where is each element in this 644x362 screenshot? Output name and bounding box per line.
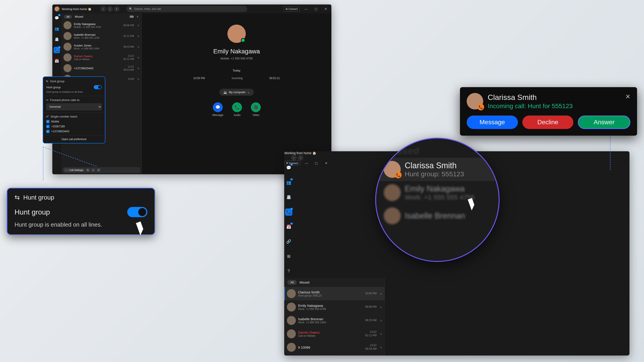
rail-meetings[interactable]: 📅 (54, 58, 60, 64)
toast-answer-button[interactable]: Answer (578, 115, 630, 129)
window-minimize[interactable]: — (303, 7, 310, 11)
rail-teams[interactable]: 👥1 (285, 179, 292, 186)
window-close[interactable]: ✕ (322, 7, 329, 11)
huntgroup-toggle[interactable] (94, 85, 102, 89)
snr-checkbox-1[interactable]: ✓+25367189 (43, 124, 105, 129)
nav-back[interactable]: ‹ (291, 155, 297, 161)
contact-sub: Work: +1 555 555 4756 (298, 308, 363, 311)
window-minimize[interactable]: — (303, 161, 310, 165)
toast-message-button[interactable]: Message (467, 115, 518, 129)
call-time: 08:23 AM (365, 319, 376, 322)
lens-focus-row: 📞 Clarissa Smith Hunt group: 555123 (376, 158, 499, 181)
rail-contacts[interactable]: 📇 (54, 36, 60, 42)
recent-call-row: 10:55 PM Incoming 00:02:21 (194, 77, 280, 80)
window-maximize[interactable]: ▢ (313, 161, 320, 165)
call-row[interactable]: 9 10086 11/1209:34 AM ↘ (284, 341, 384, 354)
contact-avatar (64, 64, 72, 72)
contact-name: Emily Nakagawa (74, 22, 121, 26)
huntgroup-status-text: Hunt group is enabled on all lines. (43, 90, 105, 94)
contact-avatar (384, 184, 401, 201)
rail-calling[interactable]: 📞1 (54, 47, 60, 53)
call-settings-popover: ⇆Hunt group Hunt group Hunt group is ena… (43, 76, 105, 143)
status-text[interactable]: Working from home 🏠 (62, 7, 92, 11)
call-time: 01:11 PM (124, 34, 134, 37)
call-time: 09:58 PM (365, 305, 376, 309)
tab-missed[interactable]: Missed (75, 15, 83, 18)
window-maximize[interactable]: ▢ (312, 7, 319, 11)
self-avatar[interactable] (54, 6, 60, 11)
call-row[interactable]: Emily Nakagawa Work: +1 555 555 4756 09:… (284, 300, 384, 314)
rail-chat[interactable]: 💬4 (54, 15, 60, 21)
call-row[interactable]: Kristin Stone Mobile: +1 888 555 7864 11… (284, 354, 384, 356)
today-label: Today (233, 69, 240, 72)
tab-missed[interactable]: Missed (300, 281, 309, 284)
tab-all[interactable]: All (64, 15, 72, 18)
status-text[interactable]: Working from home 🏠 (284, 151, 316, 155)
new-call-icon[interactable]: ＋ (136, 15, 139, 18)
cursor-icon (138, 222, 148, 234)
tab-all[interactable]: All (287, 280, 297, 285)
call-direction-icon: ↘ (137, 77, 139, 80)
search-input[interactable]: 🔍 Search, meet, and call (126, 6, 247, 12)
keypad-icon[interactable]: ⌨ (130, 15, 134, 18)
devices-icon: ⧉ (286, 7, 288, 10)
audio-call-button[interactable]: 📞 (232, 102, 242, 112)
huntgroup-label: Hunt group (14, 208, 50, 216)
call-row[interactable]: Isabelle Brennan Work: +1 888 555 1234 0… (61, 31, 142, 41)
rail-chat[interactable]: 💬4 (285, 164, 292, 171)
contact-avatar (64, 43, 72, 51)
rail-calling[interactable]: 📞1 (285, 209, 292, 216)
call-direction-icon: ↘ (380, 306, 382, 309)
nav-rail: 💬4 👥1 📇 📞1 📅1 🔗 ⊞ ? (284, 161, 293, 278)
connect-button[interactable]: ⧉Connect (284, 7, 300, 11)
toast-decline-button[interactable]: Decline (522, 115, 574, 129)
message-button[interactable]: 💬 (213, 102, 223, 112)
call-row[interactable]: Darren Owens Call on Webex 11/1202:11 PM… (284, 327, 384, 341)
rail-help[interactable]: ? (285, 268, 292, 275)
call-row[interactable]: Darren Owens Call on Webex 11/1202:11 PM… (61, 52, 142, 63)
contact-name: Clarissa Smith (298, 290, 363, 294)
nav-forward[interactable]: › (107, 6, 113, 12)
call-time: 11/1202:11 PM (365, 330, 376, 337)
nav-back[interactable]: ‹ (100, 6, 106, 12)
call-row[interactable]: +13729633443 11/1208:23 AM ↘ (61, 63, 142, 73)
video-call-button[interactable]: 🎥 (251, 102, 261, 112)
forward-icon: ↪ (46, 98, 48, 102)
contact-avatar (64, 21, 72, 29)
rail-apps[interactable]: ⊞ (285, 253, 292, 260)
call-row[interactable]: Clarissa Smith Hunt group: 555123 10:55 … (284, 287, 384, 300)
snr-status-icon[interactable]: ☍ (96, 168, 100, 172)
call-direction-icon: ↘ (380, 319, 382, 322)
incoming-call-toast: 📞 Clarissa Smith Incoming call: Hunt for… (460, 87, 637, 136)
phone-badge-icon: 📞 (478, 104, 484, 110)
rail-contacts[interactable]: 📇 (285, 194, 292, 201)
contact-sub: Work: +1 888 555 2454 (74, 47, 122, 50)
contact-avatar (64, 53, 72, 61)
call-row[interactable]: Austen Jones Work: +1 888 555 2454 08:23… (61, 41, 142, 52)
audio-device-selector[interactable]: 💻 My computer ⌄ (219, 89, 254, 96)
search-placeholder: Search, meet, and call (134, 7, 161, 10)
rail-teams[interactable]: 👥 (54, 25, 60, 32)
close-toast-button[interactable]: ✕ (625, 93, 630, 100)
call-row[interactable]: Emily Nakagawa Mobile: +1 888 555 4756 0… (61, 20, 142, 31)
forward-select[interactable]: Voicemail (46, 103, 102, 110)
contact-avatar (287, 343, 296, 352)
open-call-preference[interactable]: Open call preference (43, 135, 105, 143)
rail-meetings[interactable]: 📅1 (285, 223, 292, 230)
huntgroup-toggle[interactable] (127, 207, 147, 217)
nav-forward[interactable]: › (298, 155, 304, 161)
contact-sub: Call on Webex (74, 58, 121, 60)
call-direction-icon: ↘ (137, 24, 139, 27)
nav-add[interactable]: + (114, 6, 120, 12)
window-close[interactable]: ✕ (323, 161, 330, 165)
contact-sub: Mobile: +1 888 555 4756 (74, 26, 121, 28)
contact-name: +13729633443 (74, 67, 122, 70)
call-row[interactable]: Isabelle Brennan Work: +1 888 555 2454 0… (284, 314, 384, 327)
contact-avatar (228, 24, 246, 43)
huntgroup-icon: ⇆ (14, 194, 20, 201)
contact-detail-pane: Emily Nakagawa Mobile: +1 555 555 4756 T… (142, 13, 332, 174)
rail-voicemail[interactable]: 🔗 (285, 238, 292, 245)
call-time: 10:55 PM (365, 292, 376, 295)
snr-checkbox-mobile[interactable]: ✓Mobile (43, 119, 105, 124)
snr-checkbox-2[interactable]: ✓+13729633443 (43, 129, 105, 134)
